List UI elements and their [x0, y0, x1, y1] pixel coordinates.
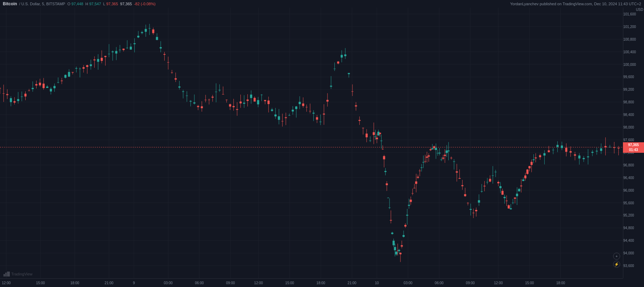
- price-axis-label: 95,200: [623, 213, 644, 217]
- svg-rect-1: [5, 273, 7, 276]
- price-axis-label: 96,800: [623, 163, 644, 167]
- price-axis-label: 98,000: [623, 125, 644, 129]
- price-axis-label: 99,600: [623, 75, 644, 79]
- time-label: 12:00: [254, 281, 263, 285]
- price-axis-label: 100,000: [623, 62, 644, 66]
- svg-rect-0: [4, 274, 5, 276]
- publisher-info: YordanLyanchev published on TradingView.…: [510, 2, 641, 6]
- time-label: 09:00: [466, 281, 475, 285]
- chart-container: Bitcoin / U.S. Dollar, 5, BITSTAMP O 97,…: [0, 0, 644, 287]
- price-axis-label: 98,800: [623, 100, 644, 104]
- currency-label: USD: [636, 8, 643, 12]
- time-label: 18:00: [70, 281, 79, 285]
- time-label: 18:00: [317, 281, 325, 285]
- price-axis-label: 94,800: [623, 226, 644, 230]
- interactive-icons: + ⚡: [613, 253, 620, 268]
- time-label: 12:00: [2, 281, 11, 285]
- price-axis-label: 99,200: [623, 88, 644, 91]
- zoom-in-button[interactable]: +: [613, 253, 620, 260]
- time-label: 18:00: [556, 281, 565, 285]
- time-label: 10: [375, 281, 379, 285]
- price-high: H 97,547: [85, 2, 101, 6]
- price-axis-label: 100,800: [623, 37, 644, 41]
- price-l-label: L: [103, 2, 105, 6]
- current-price-value: 97,365: [628, 143, 639, 147]
- change-pct: (-0.08%): [141, 2, 155, 6]
- price-change: -82 (-0.08%): [134, 2, 155, 6]
- lightning-icon: ⚡: [614, 262, 619, 267]
- chart-area[interactable]: [0, 8, 623, 278]
- watermark: TradingView: [4, 272, 33, 276]
- time-label: 21:00: [347, 281, 356, 285]
- price-axis-label: 96,400: [623, 176, 644, 179]
- time-label: 06:00: [195, 281, 204, 285]
- time-label: 03:00: [404, 281, 412, 285]
- price-axis-label: 101,600: [623, 12, 644, 16]
- time-label: 03:00: [164, 281, 173, 285]
- top-bar: Bitcoin / U.S. Dollar, 5, BITSTAMP O 97,…: [0, 0, 644, 8]
- price-axis-label: 98,400: [623, 113, 644, 117]
- current-price-time: 01:43: [629, 148, 638, 152]
- time-label: 15:00: [285, 281, 294, 285]
- price-axis-label: 100,400: [623, 50, 644, 54]
- tradingview-logo-icon: [4, 272, 10, 276]
- price-o-label: O: [67, 2, 71, 6]
- symbol-pair: / U.S. Dollar, 5, BITSTAMP: [19, 2, 65, 6]
- price-axis-label: 97,600: [623, 138, 644, 142]
- time-label: 09:00: [226, 281, 235, 285]
- price-axis-label: 93,600: [623, 264, 644, 268]
- price-close: 97,365: [120, 2, 132, 6]
- price-h-label: H: [85, 2, 88, 6]
- time-axis: 12:0015:0018:0021:00903:0006:0009:0012:0…: [0, 278, 623, 287]
- symbol-name: Bitcoin: [3, 1, 17, 6]
- time-label: 12:00: [494, 281, 503, 285]
- time-label: 15:00: [36, 281, 45, 285]
- price-axis-label: 94,000: [623, 251, 644, 255]
- tradingview-logo-text: TradingView: [11, 272, 33, 276]
- change-value: -82: [134, 2, 140, 6]
- price-l-value: 97,365: [106, 2, 118, 6]
- price-o-value: 97,448: [72, 2, 84, 6]
- price-axis-label: 101,200: [623, 25, 644, 28]
- time-label: 21:00: [105, 281, 113, 285]
- price-h-value: 97,547: [89, 2, 101, 6]
- current-price-badge: 97,365 01:43: [623, 142, 644, 153]
- zoom-in-icon: +: [616, 254, 618, 258]
- time-label: 9: [133, 281, 135, 285]
- zoom-out-button[interactable]: ⚡: [613, 261, 620, 268]
- price-low: L 97,365: [103, 2, 118, 6]
- symbol-info: Bitcoin / U.S. Dollar, 5, BITSTAMP O 97,…: [3, 1, 155, 6]
- price-axis-label: 94,400: [623, 239, 644, 242]
- svg-rect-2: [7, 272, 10, 276]
- candlestick-chart: [0, 8, 623, 278]
- price-axis-label: 96,000: [623, 188, 644, 192]
- time-label: 15:00: [525, 281, 534, 285]
- price-open: O 97,448: [67, 2, 83, 6]
- price-axis-label: 95,600: [623, 201, 644, 205]
- time-label: 06:00: [435, 281, 444, 285]
